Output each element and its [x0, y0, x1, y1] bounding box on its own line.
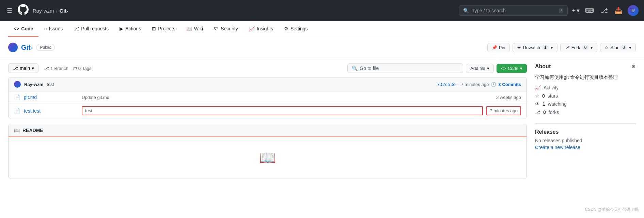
- readme-section: 📖 README 📖: [8, 124, 527, 178]
- fork-label: Fork: [571, 45, 580, 50]
- nav-security-label: Security: [221, 26, 238, 31]
- hamburger-menu[interactable]: ☰: [5, 5, 14, 16]
- breadcrumb-repo[interactable]: Git-: [60, 8, 68, 14]
- forks-stat[interactable]: ⎇ 0 forks: [535, 110, 636, 115]
- fork-button[interactable]: ⎇ Fork 0 ▾: [560, 43, 598, 52]
- repo-navigation: <> Code ○ Issues ⎇ Pull requests ▶ Actio…: [0, 21, 644, 37]
- readme-book-icon: 📖: [14, 128, 20, 133]
- branch-selector[interactable]: ⎇ main ▾: [8, 63, 38, 73]
- star-icon: ☆: [535, 93, 539, 99]
- repo-name[interactable]: Git-: [21, 44, 33, 52]
- nav-pull-requests[interactable]: ⎇ Pull requests: [68, 21, 114, 37]
- about-stats: 📈 Activity ☆ 0 stars 👁 1 watching ⎇ 0 fo…: [535, 85, 636, 115]
- branch-name: main: [20, 66, 30, 71]
- tags-count: 0: [78, 66, 81, 71]
- terminal-icon[interactable]: ⌨: [584, 5, 595, 16]
- nav-issues[interactable]: ○ Issues: [38, 21, 68, 37]
- sidebar: About ⚙ 学习如何使用git 命令进行项目版本整理 📈 Activity …: [535, 63, 636, 178]
- search-bar[interactable]: 🔍 Type / to search /: [459, 5, 568, 16]
- branches-stat[interactable]: ⎇ 1 Branch: [44, 66, 68, 71]
- pull-request-icon[interactable]: ⎇: [599, 5, 609, 16]
- nav-projects[interactable]: ⊞ Projects: [146, 21, 181, 37]
- latest-commit-row: Ray-wzm test 732c53e · 7 minutes ago 🕐 3…: [9, 77, 527, 91]
- unwatch-button[interactable]: 👁 Unwatch 1 ▾: [513, 43, 557, 52]
- releases-empty-text: No releases published: [535, 138, 636, 143]
- goto-file-search[interactable]: 🔍 Go to file: [347, 63, 463, 73]
- file-commit-message: Update git.md: [82, 95, 493, 100]
- search-icon: 🔍: [463, 8, 469, 13]
- stars-label: stars: [548, 93, 558, 99]
- commit-time-area: 732c53e · 7 minutes ago 🕐 3 Commits: [437, 82, 521, 87]
- nav-pr-label: Pull requests: [81, 26, 109, 31]
- table-row: 📄 git.md Update git.md 2 weeks ago: [9, 91, 527, 103]
- watching-stat[interactable]: 👁 1 watching: [535, 101, 636, 107]
- add-file-button[interactable]: Add file ▾: [466, 64, 493, 73]
- branches-label: Branch: [54, 66, 68, 71]
- repo-avatar: [8, 43, 18, 52]
- fork-dropdown-icon[interactable]: ▾: [591, 45, 593, 50]
- header-actions: + ▾ ⌨ ⎇ 📥 R: [572, 5, 639, 16]
- activity-stat[interactable]: 📈 Activity: [535, 85, 636, 90]
- commit-author-name[interactable]: Ray-wzm: [24, 82, 43, 87]
- nav-security[interactable]: 🛡 Security: [208, 21, 244, 37]
- nav-insights[interactable]: 📈 Insights: [244, 21, 279, 37]
- pin-label: Pin: [499, 45, 505, 50]
- code-label: Code: [508, 66, 518, 71]
- inbox-icon[interactable]: 📥: [613, 5, 624, 16]
- file-icon: 📄: [14, 108, 20, 114]
- nav-actions-label: Actions: [125, 26, 141, 31]
- nav-actions[interactable]: ▶ Actions: [114, 21, 146, 37]
- nav-issues-label: Issues: [49, 26, 63, 31]
- about-title: About: [535, 63, 551, 70]
- watching-count: 1: [543, 101, 545, 107]
- about-header: About ⚙: [535, 63, 636, 70]
- about-gear-icon[interactable]: ⚙: [631, 64, 636, 69]
- releases-section: Releases No releases published Create a …: [535, 123, 636, 150]
- watch-count: 1: [542, 45, 549, 50]
- stars-stat[interactable]: ☆ 0 stars: [535, 93, 636, 99]
- new-item-button[interactable]: + ▾: [572, 7, 580, 14]
- fork-icon: ⎇: [565, 45, 570, 50]
- commit-author-avatar: [14, 81, 21, 88]
- visibility-badge: Public: [36, 44, 55, 51]
- tags-stat[interactable]: 🏷 0 Tags: [73, 66, 92, 71]
- code-icon: <>: [14, 26, 19, 31]
- pr-icon: ⎇: [74, 26, 79, 31]
- commits-number: 3: [498, 82, 501, 87]
- code-button[interactable]: <> Code ▾: [497, 64, 527, 73]
- nav-code[interactable]: <> Code: [8, 21, 38, 37]
- file-table: Ray-wzm test 732c53e · 7 minutes ago 🕐 3…: [8, 77, 527, 118]
- pin-button[interactable]: 📌 Pin: [487, 43, 510, 52]
- readme-placeholder-icon: 📖: [259, 150, 276, 166]
- readme-body: 📖: [9, 137, 527, 178]
- goto-file-icon: 🔍: [352, 66, 358, 71]
- unwatch-dropdown-icon[interactable]: ▾: [551, 45, 553, 50]
- file-name[interactable]: test.test: [24, 108, 78, 114]
- nav-settings[interactable]: ⚙ Settings: [279, 21, 313, 37]
- file-name[interactable]: git.md: [24, 95, 78, 100]
- settings-icon: ⚙: [284, 26, 288, 31]
- commits-label: Commits: [502, 82, 521, 87]
- star-dropdown-icon[interactable]: ▾: [629, 45, 631, 50]
- wiki-icon: 📖: [186, 26, 192, 31]
- github-logo[interactable]: [18, 4, 29, 17]
- nav-wiki[interactable]: 📖 Wiki: [181, 21, 208, 37]
- security-icon: 🛡: [214, 26, 219, 31]
- unwatch-label: Unwatch: [523, 45, 540, 50]
- file-icon: 📄: [14, 94, 20, 100]
- star-icon: ☆: [604, 45, 609, 50]
- create-release-link[interactable]: Create a new release: [535, 145, 580, 150]
- commit-hash[interactable]: 732c53e: [437, 82, 456, 87]
- tag-icon: 🏷: [73, 66, 77, 71]
- main-layout: ⎇ main ▾ ⎇ 1 Branch 🏷 0 Tags 🔍 Go to fil…: [0, 58, 644, 184]
- main-content: ⎇ main ▾ ⎇ 1 Branch 🏷 0 Tags 🔍 Go to fil…: [8, 63, 527, 178]
- search-placeholder: Type / to search: [472, 8, 556, 13]
- commits-count-link[interactable]: 3 Commits: [498, 82, 521, 87]
- file-time-highlighted: 7 minutes ago: [486, 106, 521, 115]
- star-button[interactable]: ☆ Star 0 ▾: [600, 43, 636, 52]
- user-avatar[interactable]: R: [628, 5, 639, 16]
- eye-icon: 👁: [535, 101, 540, 107]
- breadcrumb-separator: /: [56, 8, 58, 14]
- breadcrumb-user[interactable]: Ray-wzm: [33, 8, 54, 14]
- repo-header-actions: 📌 Pin 👁 Unwatch 1 ▾ ⎇ Fork 0 ▾ ☆ Star 0 …: [487, 43, 636, 52]
